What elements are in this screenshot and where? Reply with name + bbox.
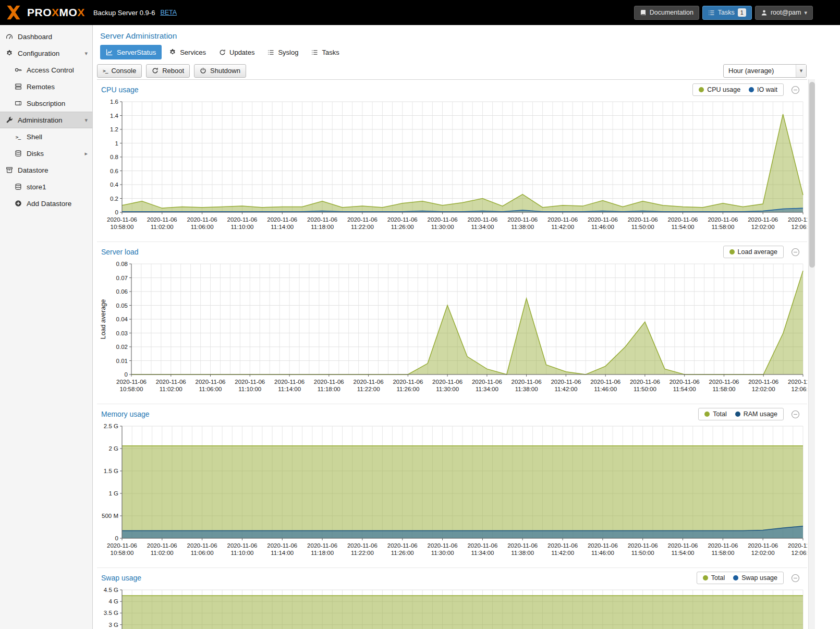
svg-text:11:58:00: 11:58:00 bbox=[713, 386, 736, 392]
sidebar-item-store1[interactable]: store1 bbox=[0, 178, 92, 195]
svg-text:2020-11-06: 2020-11-06 bbox=[708, 542, 738, 549]
sidebar-item-remotes[interactable]: Remotes bbox=[0, 78, 92, 95]
svg-text:2020-11-06: 2020-11-06 bbox=[467, 216, 497, 223]
legend-item-io-wait[interactable]: IO wait bbox=[749, 86, 777, 93]
tab-syslog[interactable]: Syslog bbox=[262, 45, 304, 59]
svg-text:500 M: 500 M bbox=[102, 513, 118, 519]
svg-text:2020-11-06: 2020-11-06 bbox=[428, 542, 458, 549]
legend-item-ram-usage[interactable]: RAM usage bbox=[735, 410, 777, 418]
svg-text:11:54:00: 11:54:00 bbox=[672, 550, 695, 556]
legend-item-swap-usage[interactable]: Swap usage bbox=[733, 574, 777, 582]
svg-text:3.5 G: 3.5 G bbox=[104, 610, 118, 616]
console-button[interactable]: >_Console bbox=[97, 64, 142, 78]
beta-link[interactable]: BETA bbox=[160, 9, 177, 16]
svg-text:2020-11-06: 2020-11-06 bbox=[472, 379, 502, 385]
db-icon bbox=[14, 183, 22, 190]
sidebar-item-disks[interactable]: Disks▸ bbox=[0, 145, 92, 162]
swap-usage-panel: Swap usage TotalSwap usage 0500 M1 G1.5 … bbox=[97, 568, 807, 629]
gauge-icon bbox=[5, 33, 14, 40]
sidebar-item-datastore[interactable]: Datastore bbox=[0, 162, 92, 178]
tab-services[interactable]: Services bbox=[163, 45, 212, 59]
user-menu-button[interactable]: root@pam ▾ bbox=[755, 6, 813, 20]
svg-text:0.03: 0.03 bbox=[116, 330, 128, 336]
documentation-button[interactable]: Documentation bbox=[634, 6, 699, 20]
sidebar-item-label: Configuration bbox=[18, 50, 59, 57]
svg-text:11:58:00: 11:58:00 bbox=[711, 550, 734, 556]
chevron-down-icon[interactable]: ▾ bbox=[84, 117, 88, 124]
legend-item-total[interactable]: Total bbox=[703, 574, 725, 582]
tasks-button[interactable]: Tasks 1 bbox=[702, 6, 752, 20]
reboot-button[interactable]: Reboot bbox=[146, 64, 190, 78]
svg-text:2020-11-06: 2020-11-06 bbox=[107, 216, 137, 223]
product-version: Backup Server 0.9-6 bbox=[93, 9, 155, 17]
svg-text:11:06:00: 11:06:00 bbox=[199, 386, 222, 392]
vertical-scrollbar[interactable] bbox=[808, 79, 815, 629]
sidebar-item-access-control[interactable]: Access Control bbox=[0, 62, 92, 78]
tab-serverstatus[interactable]: ServerStatus bbox=[100, 45, 162, 59]
chevron-right-icon[interactable]: ▸ bbox=[84, 150, 88, 157]
svg-text:11:50:00: 11:50:00 bbox=[634, 386, 656, 392]
svg-text:11:50:00: 11:50:00 bbox=[631, 550, 654, 556]
tab-tasks[interactable]: Tasks bbox=[306, 45, 345, 59]
svg-text:11:38:00: 11:38:00 bbox=[515, 386, 538, 392]
svg-text:2020-11-06: 2020-11-06 bbox=[551, 379, 581, 385]
panel-title: Server load bbox=[101, 248, 139, 256]
sidebar-item-label: Subscription bbox=[27, 100, 65, 107]
svg-text:2020-11-06: 2020-11-06 bbox=[628, 542, 658, 549]
proxmox-logo-icon bbox=[5, 4, 22, 21]
server-load-panel: Server load Load average 00.010.020.030.… bbox=[97, 242, 807, 404]
svg-text:2020-11-06: 2020-11-06 bbox=[347, 216, 378, 223]
svg-text:1.5 G: 1.5 G bbox=[104, 468, 118, 474]
chart-legend: TotalSwap usage bbox=[697, 572, 784, 584]
gear-icon bbox=[5, 50, 14, 57]
legend-dot bbox=[733, 575, 738, 580]
panel-header: Memory usage TotalRAM usage bbox=[98, 406, 806, 421]
legend-dot bbox=[729, 249, 735, 255]
sidebar-item-administration[interactable]: Administration▾ bbox=[0, 112, 92, 128]
legend-item-cpu-usage[interactable]: CPU usage bbox=[699, 86, 740, 93]
collapse-panel-icon[interactable] bbox=[791, 86, 800, 94]
collapse-panel-icon[interactable] bbox=[791, 410, 800, 419]
tab-updates[interactable]: Updates bbox=[213, 45, 260, 59]
svg-text:2020-11-06: 2020-11-06 bbox=[267, 542, 297, 549]
timeframe-select[interactable]: Hour (average) ▾ bbox=[723, 64, 807, 78]
svg-text:12:06:00: 12:06:00 bbox=[792, 386, 807, 392]
svg-text:2020-11-06: 2020-11-06 bbox=[588, 542, 618, 549]
collapse-panel-icon[interactable] bbox=[791, 248, 800, 257]
legend-dot bbox=[703, 575, 708, 580]
svg-text:2020-11-06: 2020-11-06 bbox=[588, 216, 618, 223]
sidebar-item-configuration[interactable]: Configuration▾ bbox=[0, 45, 92, 62]
scrollbar-thumb[interactable] bbox=[809, 82, 815, 268]
sidebar-item-label: Disks bbox=[27, 150, 44, 158]
legend-item-load-average[interactable]: Load average bbox=[729, 248, 777, 256]
svg-text:1 G: 1 G bbox=[108, 490, 118, 497]
svg-text:0: 0 bbox=[125, 371, 128, 378]
sidebar-item-label: Dashboard bbox=[18, 33, 52, 41]
svg-text:11:10:00: 11:10:00 bbox=[238, 386, 261, 392]
svg-text:2020-11-06: 2020-11-06 bbox=[547, 542, 578, 549]
svg-text:2020-11-06: 2020-11-06 bbox=[788, 379, 807, 385]
topbar-actions: Documentation Tasks 1 root@pam ▾ bbox=[634, 6, 813, 20]
svg-text:0.8: 0.8 bbox=[110, 154, 118, 160]
svg-text:2020-11-06: 2020-11-06 bbox=[147, 216, 177, 223]
sidebar-item-label: store1 bbox=[27, 183, 46, 191]
svg-text:11:42:00: 11:42:00 bbox=[551, 224, 574, 230]
svg-text:11:42:00: 11:42:00 bbox=[551, 550, 574, 556]
timeframe-value: Hour (average) bbox=[728, 67, 774, 75]
svg-text:11:02:00: 11:02:00 bbox=[160, 386, 182, 392]
sidebar-item-add-datastore[interactable]: Add Datastore bbox=[0, 195, 92, 212]
sidebar-item-shell[interactable]: >_Shell bbox=[0, 128, 92, 145]
sidebar-item-dashboard[interactable]: Dashboard bbox=[0, 28, 92, 45]
collapse-panel-icon[interactable] bbox=[791, 574, 800, 583]
ticket-icon bbox=[14, 100, 22, 107]
chevron-down-icon[interactable]: ▾ bbox=[84, 50, 88, 57]
legend-item-total[interactable]: Total bbox=[704, 410, 726, 418]
refresh-icon bbox=[152, 67, 159, 74]
shutdown-button[interactable]: Shutdown bbox=[194, 64, 246, 78]
svg-text:11:06:00: 11:06:00 bbox=[191, 224, 214, 230]
sidebar-item-label: Shell bbox=[27, 133, 42, 141]
legend-dot bbox=[704, 412, 710, 417]
svg-text:2020-11-06: 2020-11-06 bbox=[187, 216, 217, 223]
sidebar-item-subscription[interactable]: Subscription bbox=[0, 95, 92, 112]
sidebar-item-label: Access Control bbox=[27, 66, 74, 74]
